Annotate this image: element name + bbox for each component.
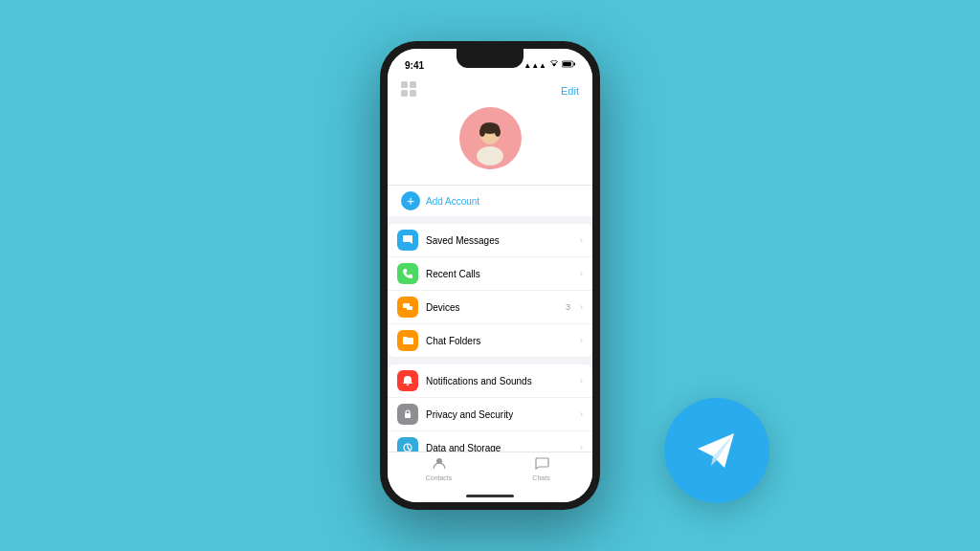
battery-icon — [562, 60, 575, 70]
data-storage-label: Data and Storage — [426, 443, 572, 452]
svg-rect-15 — [405, 413, 411, 418]
menu-item-recent-calls[interactable]: Recent Calls › — [388, 257, 592, 291]
phone-screen: 9:41 ▲▲▲ — [388, 49, 592, 502]
saved-messages-icon — [397, 230, 418, 251]
svg-point-8 — [477, 146, 503, 165]
menu-item-privacy[interactable]: Privacy and Security › — [388, 398, 592, 431]
devices-badge: 3 — [566, 302, 570, 312]
menu-item-notifications[interactable]: Notifications and Sounds › — [388, 364, 592, 398]
menu-item-data-storage[interactable]: Data and Storage › — [388, 431, 592, 452]
status-icons: ▲▲▲ — [523, 60, 575, 70]
add-account-label: Add Account — [426, 196, 479, 207]
privacy-chevron: › — [580, 409, 583, 419]
devices-icon — [397, 297, 418, 318]
menu-item-chat-folders[interactable]: Chat Folders › — [388, 324, 592, 357]
contacts-tab-icon — [432, 456, 447, 473]
edit-button[interactable]: Edit — [561, 85, 579, 97]
signal-icon: ▲▲▲ — [523, 61, 546, 70]
menu-icon[interactable] — [401, 81, 416, 99]
profile-section — [388, 107, 592, 185]
recent-calls-icon — [397, 263, 418, 284]
menu-group-2: Notifications and Sounds › Privacy and S… — [388, 364, 592, 452]
menu-group-1: Saved Messages › Recent Calls › — [388, 224, 592, 357]
svg-point-11 — [479, 127, 485, 137]
notifications-icon — [397, 370, 418, 391]
devices-chevron: › — [580, 302, 583, 312]
tab-chats[interactable]: Chats — [490, 456, 592, 481]
menu-item-devices[interactable]: Devices 3 › — [388, 291, 592, 324]
telegram-logo — [664, 398, 769, 503]
phone-frame: 9:41 ▲▲▲ — [380, 41, 600, 510]
chats-tab-label: Chats — [532, 474, 549, 481]
svg-rect-1 — [574, 63, 576, 66]
privacy-label: Privacy and Security — [426, 409, 572, 420]
devices-label: Devices — [426, 302, 558, 313]
svg-rect-6 — [410, 90, 416, 97]
scroll-content: + Add Account Saved Messages › — [388, 185, 592, 452]
saved-messages-label: Saved Messages — [426, 235, 572, 246]
chat-folders-icon — [397, 330, 418, 351]
svg-point-12 — [495, 127, 501, 137]
saved-messages-chevron: › — [580, 235, 583, 245]
recent-calls-label: Recent Calls — [426, 269, 572, 279]
recent-calls-chevron: › — [580, 269, 583, 278]
notifications-label: Notifications and Sounds — [426, 376, 572, 386]
status-time: 9:41 — [405, 60, 424, 71]
chat-folders-chevron: › — [580, 336, 583, 345]
plus-icon: + — [407, 193, 414, 209]
chat-folders-label: Chat Folders — [426, 336, 572, 346]
svg-rect-2 — [563, 62, 571, 66]
svg-rect-4 — [410, 81, 416, 88]
chats-tab-icon — [534, 456, 549, 473]
contacts-tab-label: Contacts — [426, 474, 453, 481]
svg-rect-3 — [401, 81, 408, 88]
notifications-chevron: › — [580, 376, 583, 386]
scene: 9:41 ▲▲▲ — [0, 0, 980, 551]
privacy-icon — [397, 404, 418, 425]
svg-rect-14 — [407, 306, 412, 310]
tab-contacts[interactable]: Contacts — [388, 456, 490, 481]
home-bar — [466, 495, 514, 497]
data-storage-icon — [397, 437, 418, 452]
avatar — [459, 107, 522, 169]
menu-item-saved-messages[interactable]: Saved Messages › — [388, 224, 592, 257]
add-dot: + — [401, 191, 420, 210]
data-storage-chevron: › — [580, 443, 583, 452]
home-indicator — [388, 489, 592, 502]
tab-bar: Contacts Chats — [388, 452, 592, 489]
app-header: Edit — [388, 76, 592, 107]
wifi-icon — [549, 60, 559, 70]
add-account-row[interactable]: + Add Account — [388, 185, 592, 216]
phone-notch — [457, 49, 523, 68]
svg-rect-5 — [401, 90, 408, 97]
